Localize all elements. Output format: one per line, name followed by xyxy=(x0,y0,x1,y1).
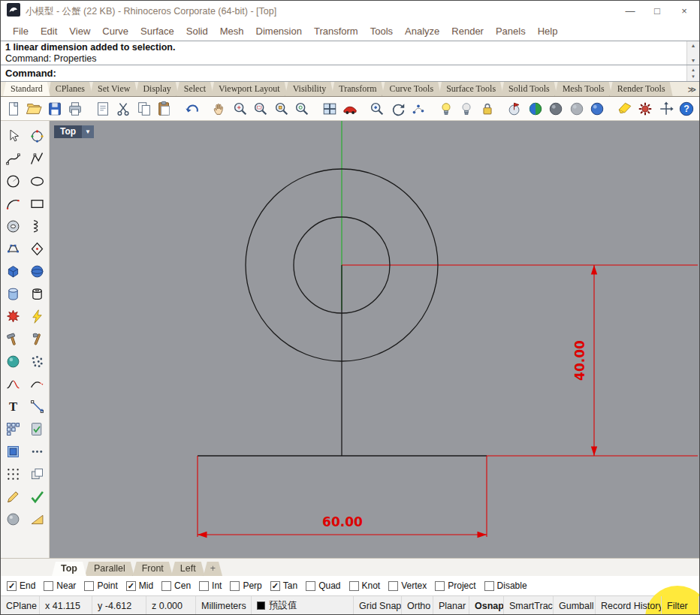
checkbox-icon[interactable] xyxy=(435,581,445,591)
print-button[interactable] xyxy=(65,99,84,119)
toolbar-tab-viewport-layout[interactable]: Viewport Layout xyxy=(211,82,288,96)
pan-view-button[interactable] xyxy=(210,99,228,119)
move-points-button[interactable] xyxy=(28,397,47,415)
toolbar-tab-set-view[interactable]: Set View xyxy=(90,82,137,96)
shaded-view-button[interactable] xyxy=(547,99,566,119)
toolbar-tab-curve-tools[interactable]: Curve Tools xyxy=(382,82,442,96)
ellipse-tool-button[interactable] xyxy=(28,172,47,190)
viewport-tab-add[interactable]: + xyxy=(204,562,222,576)
osnap-vertex[interactable]: Vertex xyxy=(388,580,427,591)
viewport-tab-left[interactable]: Left xyxy=(171,562,205,576)
osnap-near[interactable]: Near xyxy=(44,580,76,591)
spin-up-icon[interactable]: ▲ xyxy=(691,67,695,74)
osnap-end[interactable]: ✓End xyxy=(7,580,35,591)
tab-overflow-chevron-icon[interactable]: ≫ xyxy=(687,85,696,95)
horizontal-dimension[interactable]: 60.00 xyxy=(198,456,487,538)
toolbar-tab-display[interactable]: Display xyxy=(135,82,178,96)
blend-curve-button[interactable] xyxy=(4,375,23,393)
menu-transform[interactable]: Transform xyxy=(308,22,364,41)
arc-tool-button[interactable] xyxy=(4,194,23,213)
point-cloud-button[interactable] xyxy=(28,352,47,370)
osnap-quad[interactable]: Quad xyxy=(306,580,340,591)
box-tool-button[interactable] xyxy=(4,262,23,280)
checkbox-icon[interactable] xyxy=(230,581,240,591)
annotate-button[interactable] xyxy=(615,99,634,119)
zoom-selected-button[interactable] xyxy=(272,99,291,119)
help-button[interactable]: ? xyxy=(677,99,696,119)
polyline-button[interactable] xyxy=(28,149,47,167)
copy-button[interactable] xyxy=(134,99,153,119)
paste-tool-button[interactable] xyxy=(28,420,47,438)
named-view-button[interactable] xyxy=(340,99,359,119)
rotate-view-tool-button[interactable] xyxy=(28,127,47,145)
zoom-dynamic-button[interactable] xyxy=(231,99,249,119)
viewport-top[interactable]: 40.00 60.00 Top ▼ xyxy=(50,121,699,558)
viewport-layout-button[interactable] xyxy=(320,99,339,119)
zoom-extents-button[interactable] xyxy=(292,99,311,119)
osnap-knot[interactable]: Knot xyxy=(349,580,381,591)
status-osnap[interactable]: Osnap xyxy=(469,596,504,615)
menu-view[interactable]: View xyxy=(63,22,96,41)
viewport-title-text[interactable]: Top xyxy=(54,125,82,138)
extend-curve-button[interactable] xyxy=(28,375,47,393)
status-record-history[interactable]: Record History xyxy=(596,596,662,615)
wedge-tool-button[interactable] xyxy=(28,510,47,528)
osnap-disable[interactable]: Disable xyxy=(484,580,527,591)
xray-view-button[interactable] xyxy=(588,99,607,119)
sphere-tool-button[interactable] xyxy=(28,262,47,280)
toolbar-tab-select[interactable]: Select xyxy=(177,82,213,96)
paste-button[interactable] xyxy=(155,99,173,119)
status-filter[interactable]: Filter xyxy=(662,596,699,615)
toolbar-tab-mesh-tools[interactable]: Mesh Tools xyxy=(555,82,612,96)
status-y-4-612[interactable]: y -4.612 xyxy=(92,596,146,615)
vertical-dimension[interactable]: 40.00 xyxy=(572,265,597,456)
viewport-title-label[interactable]: Top ▼ xyxy=(54,125,94,138)
layer-box-button[interactable] xyxy=(4,442,23,460)
osnap-tan[interactable]: ✓Tan xyxy=(270,580,297,591)
maximize-button[interactable]: □ xyxy=(644,1,671,22)
status-gumball[interactable]: Gumball xyxy=(554,596,596,615)
checkbox-icon[interactable] xyxy=(44,581,53,591)
viewport-tab-front[interactable]: Front xyxy=(133,562,173,576)
status-x-41-115[interactable]: x 41.115 xyxy=(40,596,92,615)
osnap-cen[interactable]: Cen xyxy=(161,580,191,591)
osnap-perp[interactable]: Perp xyxy=(230,580,261,591)
status-millimeters[interactable]: Millimeters xyxy=(196,596,252,615)
zoom-in-button[interactable] xyxy=(368,99,387,119)
splash-tool-button[interactable] xyxy=(4,307,23,325)
undo-button[interactable] xyxy=(183,99,201,119)
menu-panels[interactable]: Panels xyxy=(490,22,532,41)
object-snap-points-button[interactable] xyxy=(409,99,428,119)
viewport-tab-parallel[interactable]: Parallel xyxy=(85,562,134,576)
toolbar-tab-solid-tools[interactable]: Solid Tools xyxy=(501,82,557,96)
control-point-curve-button[interactable] xyxy=(4,149,23,167)
toolbar-tab-standard[interactable]: Standard xyxy=(3,82,50,96)
command-history[interactable]: 1 linear dimension added to selection. C… xyxy=(1,41,699,65)
viewport-canvas[interactable]: 40.00 60.00 xyxy=(50,121,698,558)
text-tool-button[interactable]: T xyxy=(4,397,23,415)
menu-render[interactable]: Render xyxy=(445,22,490,41)
checkbox-icon[interactable] xyxy=(306,581,315,591)
spin-down-icon[interactable]: ▼ xyxy=(691,74,695,80)
toolbar-tab-transform[interactable]: Transform xyxy=(331,82,384,96)
rectangle-tool-button[interactable] xyxy=(28,194,47,213)
lock-button[interactable] xyxy=(478,99,496,119)
status-planar[interactable]: Planar xyxy=(433,596,469,615)
scroll-up-icon[interactable]: ▲ xyxy=(691,43,696,48)
close-button[interactable]: × xyxy=(671,1,698,22)
light-off-button[interactable] xyxy=(457,99,476,119)
rotate-view-button[interactable] xyxy=(388,99,407,119)
checkbox-icon[interactable] xyxy=(161,581,171,591)
zoom-window-button[interactable] xyxy=(251,99,270,119)
options-gear-button[interactable] xyxy=(636,99,655,119)
checkbox-icon[interactable] xyxy=(349,581,359,591)
circle-tool-button[interactable] xyxy=(4,172,23,190)
menu-tools[interactable]: Tools xyxy=(364,22,399,41)
checkbox-icon[interactable] xyxy=(484,581,494,591)
menu-file[interactable]: File xyxy=(7,22,35,41)
menu-analyze[interactable]: Analyze xyxy=(399,22,445,41)
torus-tool-button[interactable] xyxy=(4,217,23,235)
chevron-down-icon[interactable]: ▼ xyxy=(82,125,94,138)
save-file-button[interactable] xyxy=(45,99,64,119)
scroll-down-icon[interactable]: ▼ xyxy=(691,58,696,63)
